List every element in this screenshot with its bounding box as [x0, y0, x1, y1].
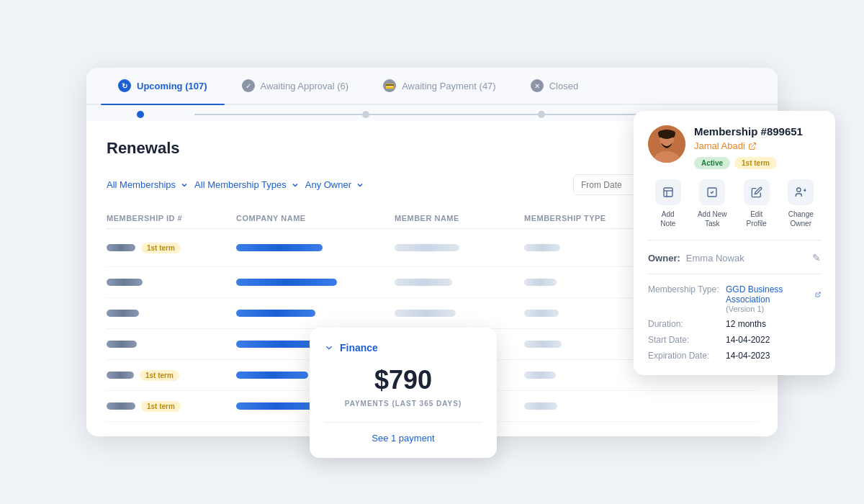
filter-membership-types-label: All Membership Types — [194, 179, 287, 190]
svg-line-7 — [752, 143, 756, 147]
add-note-icon — [655, 179, 681, 205]
row5-type — [524, 369, 639, 382]
row6-badge: 1st term — [141, 401, 181, 412]
row6-id: 1st term — [107, 401, 236, 412]
approval-icon: ✓ — [242, 79, 255, 92]
row2-type — [524, 276, 639, 289]
membership-type-row: Membership Type: GGD Business Associatio… — [648, 284, 821, 313]
member-term-badge: 1st term — [734, 157, 777, 169]
row3-type-skel — [524, 310, 559, 317]
filter-membership-types[interactable]: All Membership Types — [194, 178, 300, 192]
row4-type-skel — [524, 341, 562, 348]
row5-id: 1st term — [107, 370, 236, 381]
change-owner-icon — [788, 179, 814, 205]
expiration-date-value: 14-04-2023 — [726, 351, 770, 361]
add-task-action[interactable]: Add NewTask — [693, 179, 733, 228]
filter-memberships-label: All Memberships — [107, 179, 176, 190]
duration-row: Duration: 12 months — [648, 319, 821, 329]
row1-type — [524, 241, 639, 254]
tabs-bar: ↻ Upcoming (107) ✓ Awaiting Approval (6)… — [86, 68, 778, 105]
finance-header-label: Finance — [340, 342, 378, 354]
row6-company-skel — [236, 402, 319, 410]
row1-member — [395, 241, 524, 254]
col-member-name: MEMBER NAME — [395, 214, 524, 222]
row1-company — [236, 241, 395, 254]
change-owner-action[interactable]: ChangeOwner — [781, 179, 822, 228]
row2-id-skel — [107, 279, 143, 286]
svg-point-12 — [797, 188, 801, 192]
member-name-link[interactable]: Jamal Abadi — [694, 140, 803, 151]
member-avatar — [648, 125, 685, 163]
col-company-name: COMPANY NAME — [236, 214, 395, 222]
start-date-value: 14-04-2022 — [726, 335, 770, 345]
member-info: Membership #899651 Jamal Abadi Active 1s… — [694, 125, 803, 169]
row2-type-skel — [524, 279, 557, 286]
row3-id-skel — [107, 310, 139, 317]
row3-id — [107, 310, 236, 317]
col-membership-type: MEMBERSHIP TYPE — [524, 214, 639, 222]
row4-type — [524, 338, 639, 351]
dot-line-1 — [194, 114, 362, 115]
member-details: Membership Type: GGD Business Associatio… — [648, 284, 821, 361]
membership-type-key: Membership Type: — [648, 284, 720, 313]
tab-awaiting-payment[interactable]: 💳 Awaiting Payment (47) — [366, 68, 513, 104]
expiration-date-key: Expiration Date: — [648, 351, 720, 361]
row3-type — [524, 307, 639, 320]
dot-1 — [137, 111, 144, 118]
owner-edit-icon[interactable]: ✎ — [812, 252, 821, 264]
add-task-icon — [699, 179, 725, 205]
row1-id-skel — [107, 244, 135, 251]
membership-type-version: (Version 1) — [726, 305, 821, 313]
finance-panel-header: Finance — [324, 342, 482, 354]
finance-divider — [324, 422, 482, 423]
main-container: ↻ Upcoming (107) ✓ Awaiting Approval (6)… — [86, 68, 778, 436]
membership-type-val-group: GGD Business Association (Version 1) — [726, 284, 821, 313]
finance-amount: $790 — [324, 365, 482, 395]
row3-member-skel — [395, 310, 456, 317]
membership-type-link[interactable]: GGD Business Association — [726, 284, 821, 305]
col-membership-id: MEMBERSHIP ID # — [107, 214, 236, 222]
row2-member-skel — [395, 279, 452, 286]
dot-line-2 — [369, 114, 537, 115]
row6-id-skel — [107, 402, 135, 410]
tab-awaiting-approval[interactable]: ✓ Awaiting Approval (6) — [225, 68, 366, 104]
member-active-badge: Active — [694, 157, 730, 169]
svg-line-15 — [817, 292, 820, 295]
expiration-date-row: Expiration Date: 14-04-2023 — [648, 351, 821, 361]
row1-member-skel — [395, 244, 459, 251]
edit-profile-action[interactable]: EditProfile — [737, 179, 777, 228]
add-note-action[interactable]: AddNote — [648, 179, 688, 228]
row5-badge: 1st term — [140, 370, 179, 381]
member-membership-number: Membership #899651 — [694, 125, 803, 138]
member-header: Membership #899651 Jamal Abadi Active 1s… — [648, 125, 821, 169]
row6-type — [524, 400, 639, 413]
row3-company-skel — [236, 310, 315, 317]
finance-see-payment-link[interactable]: See 1 payment — [324, 433, 482, 444]
row3-member — [395, 307, 524, 320]
filter-memberships[interactable]: All Memberships — [107, 178, 189, 192]
row4-id — [107, 341, 236, 348]
owner-section: Owner: Emma Nowak — [648, 253, 744, 264]
row2-company — [236, 276, 395, 289]
owner-row: Owner: Emma Nowak ✎ — [648, 252, 821, 274]
member-detail-panel: Membership #899651 Jamal Abadi Active 1s… — [634, 111, 835, 375]
tab-upcoming-label: Upcoming (107) — [137, 81, 207, 91]
member-status-badges: Active 1st term — [694, 157, 803, 169]
start-date-row: Start Date: 14-04-2022 — [648, 335, 821, 345]
row6-type-skel — [524, 402, 557, 410]
dot-3 — [538, 111, 545, 118]
filter-owner[interactable]: Any Owner — [305, 178, 364, 192]
row2-member — [395, 276, 524, 289]
upcoming-icon: ↻ — [118, 79, 131, 92]
tab-upcoming[interactable]: ↻ Upcoming (107) — [101, 68, 225, 104]
row5-company-skel — [236, 372, 308, 379]
tab-awaiting-payment-label: Awaiting Payment (47) — [402, 81, 496, 91]
tab-closed-label: Closed — [549, 81, 578, 91]
member-action-buttons: AddNote Add NewTask EditProfile ChangeOw… — [648, 179, 821, 240]
page-title: Renewals — [107, 139, 180, 158]
row3-company — [236, 307, 395, 320]
svg-rect-8 — [664, 188, 672, 197]
member-name: Jamal Abadi — [694, 140, 745, 151]
tab-closed[interactable]: ✕ Closed — [513, 68, 595, 104]
from-date-field[interactable] — [574, 176, 639, 194]
